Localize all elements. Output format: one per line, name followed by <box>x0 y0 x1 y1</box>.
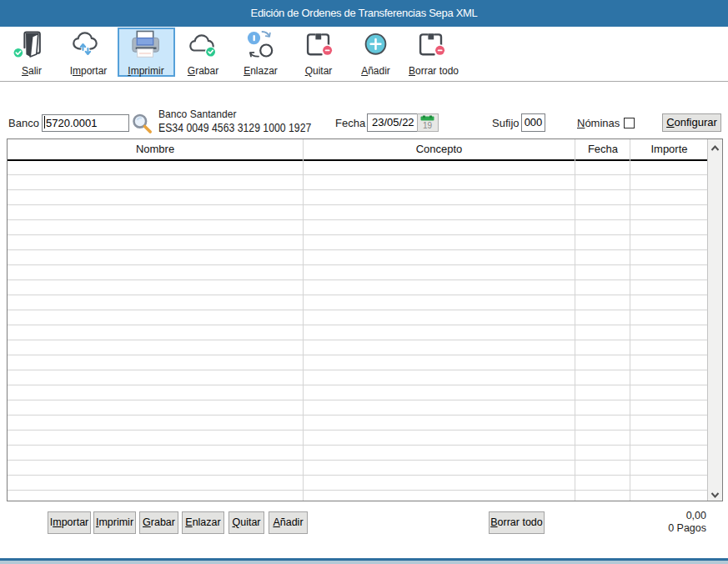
svg-text:19: 19 <box>423 121 433 130</box>
